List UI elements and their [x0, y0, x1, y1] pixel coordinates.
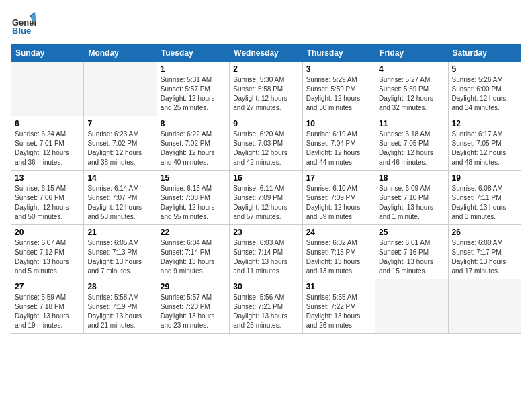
day-number: 29 — [161, 282, 226, 291]
day-number: 23 — [233, 228, 298, 237]
day-number: 6 — [15, 119, 80, 128]
svg-text:Blue: Blue — [12, 26, 31, 36]
day-info: Sunrise: 6:15 AM Sunset: 7:06 PM Dayligh… — [15, 184, 80, 222]
day-info: Sunrise: 6:07 AM Sunset: 7:12 PM Dayligh… — [15, 238, 80, 276]
day-info: Sunrise: 5:30 AM Sunset: 5:58 PM Dayligh… — [233, 75, 298, 113]
logo-icon: General Blue — [11, 11, 36, 36]
day-number: 14 — [87, 173, 152, 183]
calendar-cell: 25Sunrise: 6:01 AM Sunset: 7:16 PM Dayli… — [375, 225, 448, 279]
calendar-cell — [84, 62, 157, 116]
day-header-friday: Friday — [375, 45, 448, 62]
day-header-tuesday: Tuesday — [157, 45, 229, 62]
day-number: 19 — [452, 173, 517, 183]
calendar-cell: 4Sunrise: 5:27 AM Sunset: 5:59 PM Daylig… — [375, 62, 448, 116]
day-number: 13 — [15, 173, 80, 183]
calendar-cell: 29Sunrise: 5:57 AM Sunset: 7:20 PM Dayli… — [157, 279, 229, 334]
calendar-cell: 10Sunrise: 6:19 AM Sunset: 7:04 PM Dayli… — [302, 116, 375, 171]
calendar-week-row: 13Sunrise: 6:15 AM Sunset: 7:06 PM Dayli… — [11, 171, 521, 225]
day-info: Sunrise: 6:01 AM Sunset: 7:16 PM Dayligh… — [379, 238, 444, 276]
day-number: 22 — [161, 228, 226, 237]
day-number: 21 — [87, 228, 152, 237]
calendar-table: SundayMondayTuesdayWednesdayThursdayFrid… — [11, 44, 521, 334]
calendar-cell: 21Sunrise: 6:05 AM Sunset: 7:13 PM Dayli… — [84, 225, 157, 279]
day-info: Sunrise: 6:23 AM Sunset: 7:02 PM Dayligh… — [87, 130, 152, 167]
day-number: 5 — [452, 64, 517, 74]
day-info: Sunrise: 5:27 AM Sunset: 5:59 PM Dayligh… — [379, 75, 444, 113]
day-info: Sunrise: 5:56 AM Sunset: 7:21 PM Dayligh… — [233, 293, 298, 330]
day-info: Sunrise: 6:00 AM Sunset: 7:17 PM Dayligh… — [452, 238, 517, 276]
day-number: 12 — [452, 119, 517, 128]
calendar-cell: 12Sunrise: 6:17 AM Sunset: 7:05 PM Dayli… — [448, 116, 521, 171]
day-header-wednesday: Wednesday — [230, 45, 302, 62]
day-info: Sunrise: 6:09 AM Sunset: 7:10 PM Dayligh… — [379, 184, 444, 222]
calendar-cell: 14Sunrise: 6:14 AM Sunset: 7:07 PM Dayli… — [84, 171, 157, 225]
calendar-cell: 13Sunrise: 6:15 AM Sunset: 7:06 PM Dayli… — [11, 171, 84, 225]
day-info: Sunrise: 6:17 AM Sunset: 7:05 PM Dayligh… — [452, 130, 517, 167]
day-info: Sunrise: 5:29 AM Sunset: 5:59 PM Dayligh… — [306, 75, 371, 113]
day-number: 24 — [306, 228, 371, 237]
calendar-cell: 11Sunrise: 6:18 AM Sunset: 7:05 PM Dayli… — [375, 116, 448, 171]
calendar-cell — [448, 279, 521, 334]
calendar-cell: 24Sunrise: 6:02 AM Sunset: 7:15 PM Dayli… — [302, 225, 375, 279]
day-info: Sunrise: 5:26 AM Sunset: 6:00 PM Dayligh… — [452, 75, 517, 113]
calendar-cell: 26Sunrise: 6:00 AM Sunset: 7:17 PM Dayli… — [448, 225, 521, 279]
calendar-cell: 17Sunrise: 6:10 AM Sunset: 7:09 PM Dayli… — [302, 171, 375, 225]
day-header-monday: Monday — [84, 45, 157, 62]
day-number: 25 — [379, 228, 444, 237]
calendar-cell: 9Sunrise: 6:20 AM Sunset: 7:03 PM Daylig… — [230, 116, 302, 171]
day-number: 26 — [452, 228, 517, 237]
day-number: 11 — [379, 119, 444, 128]
day-info: Sunrise: 6:03 AM Sunset: 7:14 PM Dayligh… — [233, 238, 298, 276]
day-info: Sunrise: 5:55 AM Sunset: 7:22 PM Dayligh… — [306, 293, 371, 330]
day-info: Sunrise: 6:22 AM Sunset: 7:02 PM Dayligh… — [161, 130, 226, 167]
calendar-cell: 27Sunrise: 5:59 AM Sunset: 7:18 PM Dayli… — [11, 279, 84, 334]
calendar-cell: 7Sunrise: 6:23 AM Sunset: 7:02 PM Daylig… — [84, 116, 157, 171]
calendar-cell: 2Sunrise: 5:30 AM Sunset: 5:58 PM Daylig… — [230, 62, 302, 116]
day-info: Sunrise: 5:57 AM Sunset: 7:20 PM Dayligh… — [161, 293, 226, 330]
calendar-week-row: 1Sunrise: 5:31 AM Sunset: 5:57 PM Daylig… — [11, 62, 521, 116]
day-info: Sunrise: 6:20 AM Sunset: 7:03 PM Dayligh… — [233, 130, 298, 167]
day-number: 1 — [161, 64, 226, 74]
day-number: 31 — [306, 282, 371, 291]
day-header-sunday: Sunday — [11, 45, 84, 62]
day-info: Sunrise: 6:04 AM Sunset: 7:14 PM Dayligh… — [161, 238, 226, 276]
calendar-cell: 23Sunrise: 6:03 AM Sunset: 7:14 PM Dayli… — [230, 225, 302, 279]
logo: General Blue — [11, 11, 36, 39]
calendar-cell: 22Sunrise: 6:04 AM Sunset: 7:14 PM Dayli… — [157, 225, 229, 279]
day-info: Sunrise: 6:11 AM Sunset: 7:09 PM Dayligh… — [233, 184, 298, 222]
day-info: Sunrise: 5:31 AM Sunset: 5:57 PM Dayligh… — [161, 75, 226, 113]
day-header-thursday: Thursday — [302, 45, 375, 62]
day-number: 16 — [233, 173, 298, 183]
calendar-cell: 18Sunrise: 6:09 AM Sunset: 7:10 PM Dayli… — [375, 171, 448, 225]
calendar-cell — [375, 279, 448, 334]
day-number: 3 — [306, 64, 371, 74]
day-number: 2 — [233, 64, 298, 74]
day-info: Sunrise: 6:13 AM Sunset: 7:08 PM Dayligh… — [161, 184, 226, 222]
calendar-cell — [11, 62, 84, 116]
calendar-cell: 3Sunrise: 5:29 AM Sunset: 5:59 PM Daylig… — [302, 62, 375, 116]
day-info: Sunrise: 5:59 AM Sunset: 7:18 PM Dayligh… — [15, 293, 80, 330]
day-info: Sunrise: 6:24 AM Sunset: 7:01 PM Dayligh… — [15, 130, 80, 167]
calendar-cell: 5Sunrise: 5:26 AM Sunset: 6:00 PM Daylig… — [448, 62, 521, 116]
day-number: 4 — [379, 64, 444, 74]
day-number: 20 — [15, 228, 80, 237]
day-number: 9 — [233, 119, 298, 128]
calendar-cell: 20Sunrise: 6:07 AM Sunset: 7:12 PM Dayli… — [11, 225, 84, 279]
calendar-week-row: 27Sunrise: 5:59 AM Sunset: 7:18 PM Dayli… — [11, 279, 521, 334]
day-number: 30 — [233, 282, 298, 291]
day-number: 18 — [379, 173, 444, 183]
calendar-cell: 16Sunrise: 6:11 AM Sunset: 7:09 PM Dayli… — [230, 171, 302, 225]
day-number: 7 — [87, 119, 152, 128]
day-number: 10 — [306, 119, 371, 128]
day-number: 8 — [161, 119, 226, 128]
calendar-cell: 8Sunrise: 6:22 AM Sunset: 7:02 PM Daylig… — [157, 116, 229, 171]
calendar-cell: 30Sunrise: 5:56 AM Sunset: 7:21 PM Dayli… — [230, 279, 302, 334]
day-info: Sunrise: 6:08 AM Sunset: 7:11 PM Dayligh… — [452, 184, 517, 222]
day-number: 17 — [306, 173, 371, 183]
day-info: Sunrise: 6:14 AM Sunset: 7:07 PM Dayligh… — [87, 184, 152, 222]
day-info: Sunrise: 5:58 AM Sunset: 7:19 PM Dayligh… — [87, 293, 152, 330]
calendar-week-row: 6Sunrise: 6:24 AM Sunset: 7:01 PM Daylig… — [11, 116, 521, 171]
calendar-cell: 28Sunrise: 5:58 AM Sunset: 7:19 PM Dayli… — [84, 279, 157, 334]
day-number: 28 — [87, 282, 152, 291]
calendar-cell: 19Sunrise: 6:08 AM Sunset: 7:11 PM Dayli… — [448, 171, 521, 225]
